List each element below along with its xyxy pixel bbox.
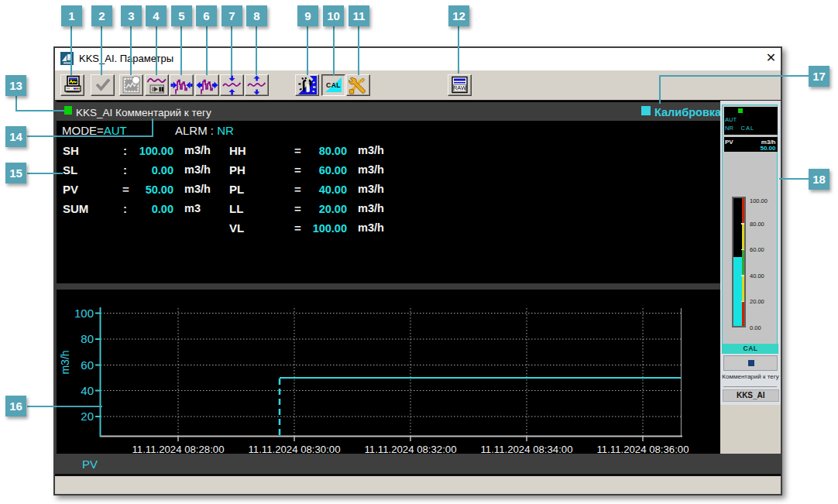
svg-text:11.11.2024 08:28:00: 11.11.2024 08:28:00 [132, 444, 224, 454]
svg-text:CAL: CAL [326, 81, 341, 89]
svg-text:60: 60 [81, 358, 94, 372]
svg-text:100: 100 [74, 307, 94, 320]
svg-text:m3/h: m3/h [59, 350, 71, 374]
svg-text:11.11.2024 08:34:00: 11.11.2024 08:34:00 [480, 444, 572, 454]
svg-text:RAW: RAW [453, 84, 467, 91]
svg-text:11.11.2024 08:36:00: 11.11.2024 08:36:00 [596, 444, 689, 454]
svg-text:40: 40 [81, 384, 94, 397]
svg-text:11.11.2024 08:30:00: 11.11.2024 08:30:00 [248, 444, 340, 454]
svg-text:11.11.2024 08:32:00: 11.11.2024 08:32:00 [364, 444, 456, 454]
svg-text:80: 80 [81, 332, 94, 345]
svg-text:20: 20 [81, 410, 94, 423]
